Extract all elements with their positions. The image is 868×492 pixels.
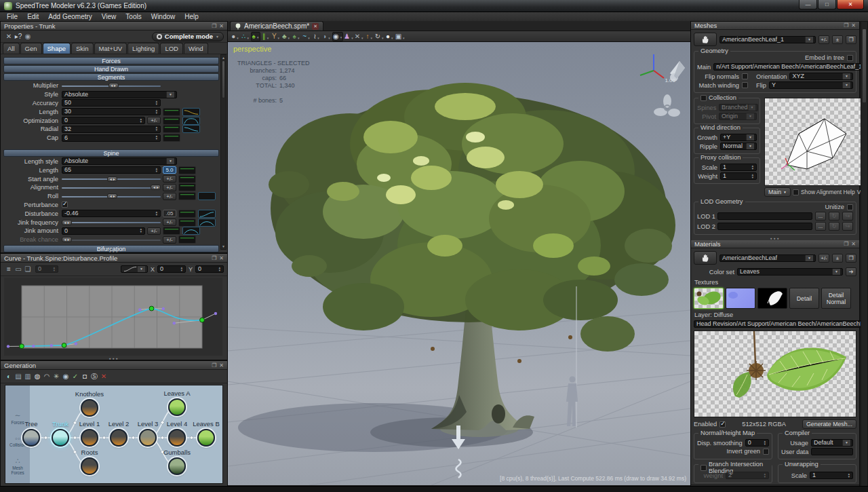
material-selector-dropdown[interactable]: AmericanBeechLeaf▼ [719, 254, 816, 262]
disturbance-variance-badge[interactable]: .05 [163, 210, 176, 217]
detail-normal-texture-button[interactable]: Detail Normal [821, 288, 851, 309]
branch-intersection-checkbox[interactable] [701, 465, 707, 471]
section-segments[interactable]: Segments [3, 73, 219, 81]
disturbance-input[interactable]: -0.46▲▼ [62, 210, 161, 217]
show-generators-tool-icon[interactable]: ◐ [4, 371, 14, 381]
rotate-tool-icon[interactable]: ↻▼ [375, 32, 384, 41]
float-panel-icon[interactable]: ❐ [844, 241, 848, 247]
node-tree[interactable] [22, 429, 40, 447]
close-panel-icon[interactable]: ✕ [219, 23, 224, 29]
plusminus-button[interactable]: +/- [163, 175, 176, 183]
float-panel-icon[interactable]: ❐ [212, 362, 216, 368]
right-scrollbar[interactable] [861, 21, 868, 487]
tree-tool-icon[interactable]: ♣▼ [281, 32, 291, 41]
tab-shape[interactable]: Shape [43, 43, 71, 54]
node-graph[interactable]: ∼ Forces ◦◦ Collision ∴ Mesh Forces Tree… [5, 385, 223, 484]
orientation-dropdown[interactable]: XYZ▼ [789, 73, 853, 80]
group-horizontal-tool-icon[interactable]: ▤ [14, 371, 23, 381]
sphere-display-tool-icon[interactable]: ●▼ [385, 32, 395, 41]
menu-file[interactable]: File [3, 13, 22, 20]
curve-value-input[interactable]: 0▲▼ [35, 265, 58, 273]
main-mesh-path-field[interactable]: n/Art Support/American Beech/AmericanBee… [713, 63, 868, 71]
jink-amount-curve-button[interactable] [182, 227, 200, 235]
properties-scrollbar[interactable]: ▲▼ [220, 54, 226, 250]
tab-lod[interactable]: LOD [160, 43, 183, 54]
color-set-dropdown[interactable]: Leaves▼ [737, 268, 843, 276]
profile-curve-button[interactable] [163, 108, 180, 116]
menu-view[interactable]: View [98, 13, 121, 20]
close-button[interactable]: ✕ [837, 0, 864, 10]
spline-tool-icon[interactable]: ~▼ [302, 32, 311, 41]
group-vertical-tool-icon[interactable]: ▥ [23, 371, 33, 381]
seed-tool-icon[interactable]: Ⓢ [90, 372, 99, 381]
lock-tool-icon[interactable]: ◘ [80, 371, 90, 381]
float-panel-icon[interactable]: ❐ [212, 255, 216, 261]
length-curve-button[interactable] [182, 108, 200, 116]
profile-curve-button[interactable] [178, 175, 196, 183]
cap-input[interactable]: 6▲▼ [62, 134, 161, 142]
node-leavesB[interactable] [197, 429, 215, 447]
collection-checkbox[interactable] [701, 95, 707, 101]
menu-add-geometry[interactable]: Add Geometry [44, 13, 96, 20]
material-copy-button[interactable]: ❐ [846, 254, 856, 263]
curve-type-dropdown[interactable]: ▼ [121, 265, 148, 273]
menu-edit[interactable]: Edit [23, 13, 43, 20]
document-tab[interactable]: AmericanBeech.spm* ✕ [230, 21, 323, 31]
length-variance-badge[interactable]: 5.0 [163, 166, 176, 174]
lod2-path-field[interactable] [717, 223, 812, 230]
diffuse-texture-thumb[interactable] [694, 288, 724, 309]
mesh-forces-palette-icon[interactable]: ∴ [5, 457, 30, 466]
ripple-dropdown[interactable]: Normal▼ [720, 143, 757, 150]
menu-window[interactable]: Window [147, 13, 180, 20]
grass-tool-icon[interactable]: ∥▼ [261, 32, 271, 41]
arc-tool-icon[interactable]: ◠ [42, 371, 52, 381]
sphere-display-tool-icon[interactable]: ◍ [33, 371, 42, 381]
section-hand-drawn[interactable]: Hand Drawn [3, 65, 219, 73]
curve-copy-tool-icon[interactable]: ▭ [14, 265, 23, 274]
export-tool-icon[interactable]: ▣▼ [395, 32, 406, 41]
curve-x-input[interactable]: 0▲▼ [157, 265, 186, 273]
proxy-scale-input[interactable]: 1▲▼ [720, 164, 757, 171]
jink-frequency-slider[interactable]: ◄► [62, 219, 161, 226]
close-tab-icon[interactable]: ✕ [312, 23, 319, 30]
optimization-input[interactable]: 0▲▼ [62, 117, 145, 124]
browse-button[interactable]: ... [815, 212, 826, 221]
node-level3[interactable] [139, 429, 157, 447]
node-trunk[interactable] [52, 429, 69, 447]
close-panel-icon[interactable]: ✕ [219, 255, 224, 261]
node-level1[interactable] [81, 429, 98, 447]
material-preview-thumb[interactable] [694, 251, 717, 265]
eye-tool-icon[interactable]: ◉ [23, 32, 33, 41]
focus-tool-icon[interactable]: ◉▼ [332, 32, 343, 41]
curve-stamp-tool-icon[interactable]: ❏ [23, 265, 33, 274]
bib-weight-input[interactable]: 2▲▼ [726, 472, 769, 479]
match-winding-checkbox[interactable] [742, 82, 748, 88]
plusminus-button[interactable]: +/- [163, 236, 176, 244]
node-gumballs[interactable] [168, 457, 186, 475]
alignment-slider[interactable]: ◄► [62, 184, 161, 191]
tab-matuv[interactable]: Mat+UV [94, 43, 127, 54]
node-roots[interactable] [81, 457, 98, 475]
tab-all[interactable]: All [3, 43, 20, 54]
maximize-button[interactable]: □ [818, 0, 836, 10]
forces-palette-icon[interactable]: ∼ [5, 411, 30, 420]
profile-curve-button[interactable] [178, 219, 196, 227]
break-chance-slider[interactable]: ◄► [62, 236, 161, 243]
menu-tools[interactable]: Tools [121, 13, 145, 20]
mesh-selector-dropdown[interactable]: AmericanBeechLeaf_1▼ [719, 36, 816, 43]
branch-tool-icon[interactable]: Y▼ [271, 32, 281, 41]
generate-mesh-button[interactable]: Generate Mesh... [802, 419, 856, 429]
delete-tool-icon[interactable]: ✕ [4, 32, 14, 41]
normal-texture-thumb[interactable] [726, 288, 755, 309]
invert-green-checkbox[interactable] [763, 449, 769, 455]
jink-amount-input[interactable]: 0▲▼ [62, 227, 145, 235]
profile-curve-button[interactable] [163, 227, 180, 235]
disp-smoothing-input[interactable]: 0▲▼ [745, 439, 769, 447]
node-knotholes[interactable] [81, 399, 98, 417]
disturbance-curve-button[interactable] [198, 210, 216, 218]
mesh-add-button[interactable]: ± [832, 35, 843, 44]
profile-curve-button[interactable] [178, 235, 196, 244]
close-panel-icon[interactable]: ✕ [851, 22, 856, 29]
mesh-preview-thumb[interactable] [694, 33, 717, 46]
section-spine[interactable]: Spine [3, 149, 219, 157]
